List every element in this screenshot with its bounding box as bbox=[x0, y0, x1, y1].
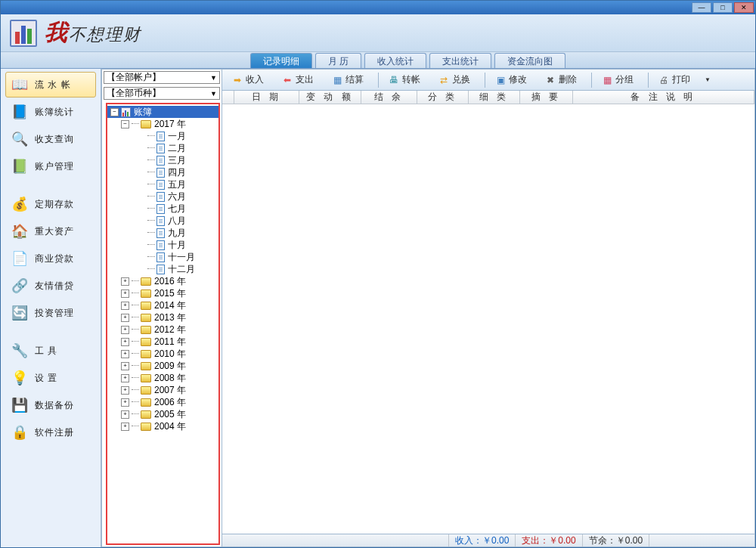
sidebar-label: 投资管理 bbox=[35, 307, 74, 320]
sidebar-label: 设 置 bbox=[35, 372, 57, 385]
col-header[interactable]: 摘 要 bbox=[520, 91, 573, 104]
tree-month[interactable]: 九月 bbox=[107, 227, 218, 239]
tree-month[interactable]: 七月 bbox=[107, 203, 218, 215]
toolbar-label: 支出 bbox=[296, 73, 314, 86]
sidebar-icon: 🔗 bbox=[11, 277, 29, 295]
sidebar-item-3[interactable]: 📗账户管理 bbox=[5, 153, 96, 179]
tab-0[interactable]: 记录明细 bbox=[250, 53, 312, 68]
toolbar-删除[interactable]: ✖删除 bbox=[538, 71, 584, 88]
toolbar-label: 收入 bbox=[246, 73, 264, 86]
tree-year[interactable]: +2011 年 bbox=[107, 336, 218, 348]
tree-month[interactable]: 十月 bbox=[107, 239, 218, 251]
col-header[interactable]: 日 期 bbox=[234, 91, 299, 104]
toolbar-转帐[interactable]: 🖶转帐 bbox=[382, 71, 427, 88]
toolbar-icon: 🖨 bbox=[658, 75, 669, 85]
tree-month[interactable]: 三月 bbox=[107, 154, 218, 166]
grid-header: 日 期变 动 额结 余分 类细 类摘 要备 注 说 明 bbox=[222, 91, 754, 104]
toolbar-兑换[interactable]: ⇄兑换 bbox=[432, 71, 477, 88]
tree-year[interactable]: +2008 年 bbox=[107, 372, 218, 384]
tree-month[interactable]: 四月 bbox=[107, 166, 218, 178]
sidebar: 📖流 水 帐📘账簿统计🔍收支查询📗账户管理💰定期存款🏠重大资产📄商业贷款🔗友情借… bbox=[1, 69, 101, 547]
app-title: 我 不想理财 bbox=[45, 17, 141, 48]
sidebar-item-14[interactable]: 🔒软件注册 bbox=[5, 420, 96, 445]
tree-year[interactable]: +2016 年 bbox=[107, 275, 218, 287]
tree-year[interactable]: +2014 年 bbox=[107, 299, 218, 311]
sidebar-item-9[interactable]: 🔄投资管理 bbox=[5, 300, 96, 326]
toolbar-dropdown[interactable]: ▼ bbox=[702, 73, 712, 86]
tree-month[interactable]: 十一月 bbox=[107, 251, 218, 263]
minimize-button[interactable]: — bbox=[692, 2, 711, 13]
toolbar-icon: ✖ bbox=[545, 75, 556, 85]
sidebar-icon: 🔄 bbox=[11, 304, 29, 322]
tree-year[interactable]: +2005 年 bbox=[107, 408, 218, 420]
sidebar-label: 数据备份 bbox=[35, 399, 74, 412]
col-header[interactable]: 备 注 说 明 bbox=[573, 91, 754, 104]
tab-3[interactable]: 支出统计 bbox=[429, 53, 491, 68]
tree-year-open[interactable]: −2017 年 bbox=[107, 118, 218, 130]
sidebar-item-12[interactable]: 💡设 置 bbox=[5, 365, 96, 391]
tab-4[interactable]: 资金流向图 bbox=[494, 53, 565, 68]
sidebar-item-13[interactable]: 💾数据备份 bbox=[5, 392, 96, 418]
toolbar-支出[interactable]: ⬅支出 bbox=[275, 71, 321, 88]
tab-1[interactable]: 月 历 bbox=[315, 53, 361, 68]
sidebar-icon: 🔒 bbox=[11, 423, 29, 441]
sidebar-item-6[interactable]: 🏠重大资产 bbox=[5, 218, 96, 244]
tree-month[interactable]: 八月 bbox=[107, 215, 218, 227]
tree-month[interactable]: 十二月 bbox=[107, 263, 218, 275]
sidebar-icon: 🔍 bbox=[11, 130, 29, 148]
toolbar-label: 转帐 bbox=[402, 73, 420, 86]
sidebar-icon: 📗 bbox=[11, 157, 29, 175]
accounts-dropdown[interactable]: 【全部帐户】▼ bbox=[104, 71, 220, 84]
toolbar-打印[interactable]: 🖨打印 bbox=[652, 71, 697, 88]
sidebar-item-0[interactable]: 📖流 水 帐 bbox=[5, 72, 96, 98]
sidebar-item-5[interactable]: 💰定期存款 bbox=[5, 191, 96, 217]
sidebar-icon: 📘 bbox=[11, 103, 29, 121]
tree-year[interactable]: +2004 年 bbox=[107, 420, 218, 432]
maximize-button[interactable]: □ bbox=[713, 2, 733, 13]
tree-month[interactable]: 二月 bbox=[107, 142, 218, 154]
tree-year[interactable]: +2013 年 bbox=[107, 311, 218, 324]
ledger-tree[interactable]: −账簿−2017 年一月二月三月四月五月六月七月八月九月十月十一月十二月+201… bbox=[106, 103, 220, 545]
toolbar-label: 删除 bbox=[559, 73, 577, 86]
sidebar-label: 流 水 帐 bbox=[35, 79, 71, 91]
tree-year[interactable]: +2009 年 bbox=[107, 360, 218, 372]
tree-year[interactable]: +2007 年 bbox=[107, 384, 218, 396]
sidebar-label: 重大资产 bbox=[35, 225, 74, 238]
toolbar-修改[interactable]: ▣修改 bbox=[488, 71, 534, 88]
toolbar-label: 修改 bbox=[509, 73, 527, 86]
sidebar-item-7[interactable]: 📄商业贷款 bbox=[5, 246, 96, 271]
tab-2[interactable]: 收入统计 bbox=[364, 53, 426, 68]
app-header: 我 不想理财 bbox=[1, 14, 755, 52]
col-header[interactable]: 变 动 额 bbox=[299, 91, 361, 104]
sidebar-icon: 💡 bbox=[11, 369, 29, 387]
toolbar-icon: 🖶 bbox=[389, 75, 399, 85]
sidebar-label: 商业贷款 bbox=[35, 252, 74, 265]
tree-root[interactable]: −账簿 bbox=[107, 106, 218, 118]
tree-month[interactable]: 五月 bbox=[107, 178, 218, 190]
sidebar-item-1[interactable]: 📘账簿统计 bbox=[5, 99, 96, 125]
tree-year[interactable]: +2012 年 bbox=[107, 324, 218, 336]
sidebar-icon: 💰 bbox=[11, 195, 29, 213]
sidebar-label: 账户管理 bbox=[35, 160, 74, 173]
col-header[interactable]: 细 类 bbox=[469, 91, 520, 104]
col-header[interactable]: 分 类 bbox=[417, 91, 469, 104]
toolbar-分组[interactable]: ▦分组 bbox=[595, 71, 640, 88]
toolbar-结算[interactable]: ▦结算 bbox=[325, 71, 370, 88]
sidebar-label: 软件注册 bbox=[35, 426, 74, 439]
col-header[interactable]: 结 余 bbox=[361, 91, 417, 104]
sidebar-item-11[interactable]: 🔧工 具 bbox=[5, 338, 96, 364]
tree-year[interactable]: +2015 年 bbox=[107, 287, 218, 299]
tree-year[interactable]: +2006 年 bbox=[107, 396, 218, 408]
close-button[interactable]: ✕ bbox=[734, 2, 754, 13]
toolbar-收入[interactable]: ➡收入 bbox=[225, 71, 271, 88]
tab-bar: 记录明细月 历收入统计支出统计资金流向图 bbox=[1, 52, 755, 69]
tree-month[interactable]: 一月 bbox=[107, 130, 218, 142]
sidebar-item-2[interactable]: 🔍收支查询 bbox=[5, 126, 96, 152]
tree-year[interactable]: +2010 年 bbox=[107, 348, 218, 360]
toolbar-label: 兑换 bbox=[452, 73, 470, 86]
sidebar-item-8[interactable]: 🔗友情借贷 bbox=[5, 273, 96, 299]
tree-month[interactable]: 六月 bbox=[107, 190, 218, 203]
sidebar-icon: 📖 bbox=[11, 76, 29, 94]
sidebar-icon: 📄 bbox=[11, 249, 29, 268]
currency-dropdown[interactable]: 【全部币种】▼ bbox=[104, 87, 220, 100]
